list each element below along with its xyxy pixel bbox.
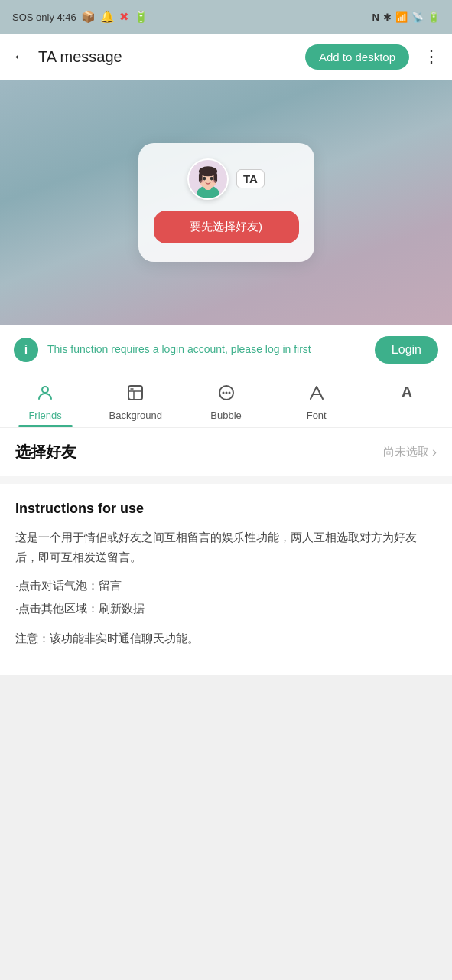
signal-icon: 📶 (395, 11, 408, 23)
chevron-right-icon: › (432, 444, 437, 460)
tab-font-label: Font (307, 410, 327, 421)
tab-friends-label: Friends (28, 410, 61, 421)
instructions-note-2: ·点击其他区域：刷新数据 (15, 599, 437, 619)
svg-rect-12 (128, 386, 142, 400)
friend-selector-status-text: 尚未选取 (383, 445, 429, 459)
tab-font[interactable]: Font (272, 374, 362, 427)
wifi-icon: 📡 (411, 11, 424, 23)
login-button[interactable]: Login (375, 336, 438, 364)
bubble-icon (217, 384, 236, 407)
font-icon (307, 384, 326, 407)
svg-point-17 (225, 392, 227, 394)
page-title: TA message (38, 48, 296, 66)
info-icon: i (14, 338, 38, 362)
nav-bar: ← TA message Add to desktop ⋮ (0, 34, 452, 80)
background-icon (126, 384, 145, 407)
instructions-note-1: ·点击对话气泡：留言 (15, 576, 437, 596)
svg-point-11 (42, 387, 48, 393)
svg-point-10 (212, 179, 216, 182)
instructions-warning: 注意：该功能非实时通信聊天功能。 (15, 629, 437, 648)
instructions-title: Instructions for use (15, 501, 437, 517)
svg-point-16 (222, 392, 224, 394)
more-a-icon: A (402, 384, 412, 401)
avatar-row: TA (187, 158, 265, 200)
status-text: SOS only 4:46 (12, 11, 76, 23)
instructions-body: 这是一个用于情侣或好友之间互相留言的娱乐性功能，两人互相选取对方为好友后，即可互… (15, 528, 437, 648)
hero-section: TA 要先选择好友) (0, 80, 452, 325)
battery-icon: 🔋 (134, 10, 148, 24)
instructions-paragraph1: 这是一个用于情侣或好友之间互相留言的娱乐性功能，两人互相选取对方为好友后，即可互… (15, 528, 437, 567)
svg-point-9 (200, 179, 205, 182)
cross-icon: ✖ (119, 10, 129, 24)
friend-selector[interactable]: 选择好友 尚未选取 › (0, 428, 452, 476)
more-menu-button[interactable]: ⋮ (423, 47, 440, 67)
friend-selector-status: 尚未选取 › (383, 444, 437, 460)
notification-icon: 📦 (81, 10, 96, 24)
tab-background-label: Background (109, 410, 162, 421)
bell-icon: 🔔 (100, 10, 115, 24)
instructions-card: Instructions for use 这是一个用于情侣或好友之间互相留言的娱… (0, 484, 452, 675)
battery-level-icon: 🔋 (428, 11, 440, 23)
status-left: SOS only 4:46 📦 🔔 ✖ 🔋 (12, 10, 148, 24)
instructions-notes: ·点击对话气泡：留言 ·点击其他区域：刷新数据 (15, 576, 437, 618)
login-notice: i This function requires a login account… (0, 325, 452, 374)
back-button[interactable]: ← (12, 47, 29, 67)
tab-background[interactable]: Background (90, 374, 180, 427)
message-preview-card: TA 要先选择好友) (138, 143, 314, 262)
ta-badge: TA (236, 169, 265, 188)
tab-more[interactable]: A (362, 374, 452, 427)
tab-bubble-label: Bubble (210, 410, 241, 421)
friend-selector-label: 选择好友 (15, 442, 76, 462)
tab-bubble[interactable]: Bubble (180, 374, 271, 427)
avatar (187, 158, 229, 200)
bluetooth-icon: ✱ (383, 11, 392, 23)
nfc-icon: N (372, 11, 379, 23)
tab-friends[interactable]: Friends (0, 374, 90, 427)
notice-text: This function requires a login account, … (47, 342, 366, 358)
add-to-desktop-button[interactable]: Add to desktop (305, 44, 409, 70)
tab-bar: Friends Background Bubble (0, 374, 452, 428)
message-bubble[interactable]: 要先选择好友) (154, 211, 299, 243)
svg-point-7 (203, 176, 206, 180)
status-right: N ✱ 📶 📡 🔋 (372, 11, 440, 23)
svg-point-8 (210, 176, 213, 180)
content-area: 选择好友 尚未选取 › Instructions for use 这是一个用于情… (0, 428, 452, 675)
friends-icon (36, 384, 54, 407)
status-bar: SOS only 4:46 📦 🔔 ✖ 🔋 N ✱ 📶 📡 🔋 (0, 0, 452, 34)
svg-point-18 (228, 392, 230, 394)
